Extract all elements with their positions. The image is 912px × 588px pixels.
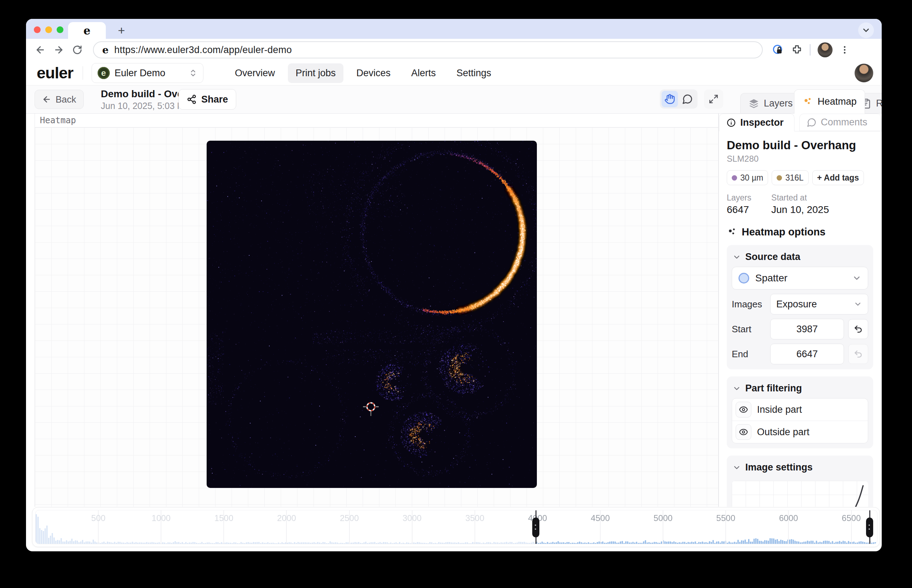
chevron-down-icon [733,384,741,393]
app-logo[interactable]: euler [37,64,73,82]
job-stat: Started atJun 10, 2025 [771,193,829,215]
source-select[interactable]: Spatter [732,267,868,289]
share-button[interactable]: Share [178,89,236,110]
workspace-switcher[interactable]: e Euler Demo [92,63,204,83]
image-settings-header[interactable]: Image settings [732,460,868,477]
url-bar[interactable]: e https://www.euler3d.com/app/euler-demo [93,41,763,58]
view-tabs: LayersHeatmapReport [714,86,882,113]
sidebar-tab-label: Comments [821,117,867,128]
url-text: https://www.euler3d.com/app/euler-demo [114,45,292,56]
nav-item-devices[interactable]: Devices [348,63,398,83]
inspector-machine: SLM280 [727,154,873,164]
user-avatar[interactable] [855,64,873,82]
reload-icon [72,45,82,55]
part-filter-row[interactable]: Inside part [732,399,868,421]
undo-icon [854,349,863,359]
chevron-down-icon [733,253,741,262]
end-input[interactable]: 6647 [770,344,844,364]
tone-curve-editor[interactable] [732,481,868,507]
chevron-down-icon [854,300,862,309]
eye-icon [739,405,748,414]
job-stats: Layers6647Started atJun 10, 2025 [727,193,873,215]
timeline-plot[interactable]: 5001000150020002500300035004000450050005… [35,510,878,544]
tone-curve-path [741,486,863,507]
image-settings-title: Image settings [745,462,813,473]
timeline-tick-label: 2000 [277,513,296,523]
images-select[interactable]: Exposure [770,294,868,315]
part-filter-list: Inside partOutside part [732,398,868,443]
arrow-left-icon [42,95,51,104]
heatmap-image[interactable] [207,141,537,488]
crosshair-cursor [362,399,379,416]
part-filtering-title: Part filtering [745,383,802,394]
app-header: euler e Euler Demo OverviewPrint jobsDev… [26,61,882,86]
start-label: Start [732,324,766,335]
add-tags-button[interactable]: + Add tags [812,170,864,185]
image-settings-card: Image settings [727,456,873,507]
stat-label: Layers [727,193,751,203]
inspector-sidebar: InspectorComments Demo build - Overhang … [718,114,882,507]
tag-chip[interactable]: 30 µm [727,170,768,185]
view-tab-label: Layers [764,98,793,109]
timeline-tick-label: 3000 [403,513,422,523]
main-nav: OverviewPrint jobsDevicesAlertsSettings [227,63,499,83]
tone-curve-chart [732,481,868,507]
end-reset-button[interactable] [848,344,868,364]
source-data-header[interactable]: Source data [732,250,868,267]
nav-item-settings[interactable]: Settings [448,63,499,83]
part-filter-row[interactable]: Outside part [732,421,868,443]
heatmap-canvas-region: Heatmap [34,114,718,507]
new-tab-button[interactable]: + [114,23,129,37]
eye-icon [739,427,748,437]
tag-label: 316L [785,173,803,183]
source-data-card: Source data Spatter Images Exposure [727,245,873,369]
sidebar-tab-comments[interactable]: Comments [799,114,881,131]
source-select-value: Spatter [755,273,846,284]
pan-tool-button[interactable] [661,91,678,107]
timeline-end-handle[interactable] [866,517,873,538]
chevron-down-icon [862,26,871,35]
tab-search-button[interactable] [858,23,874,38]
hand-icon [665,94,675,104]
timeline-tick-label: 2500 [340,513,359,523]
browser-reload-button[interactable] [70,42,85,58]
window-close-button[interactable] [34,26,40,33]
start-row: Start 3987 [732,319,868,339]
share-icon [187,94,197,104]
sidebar-tab-inspector[interactable]: Inspector [719,114,794,131]
start-input[interactable]: 3987 [770,319,844,339]
window-zoom-button[interactable] [57,26,63,33]
nav-item-print-jobs[interactable]: Print jobs [288,63,344,83]
timeline-tick-label: 3500 [465,513,484,523]
heatmap-options-icon [727,227,737,237]
browser-forward-button[interactable] [51,42,66,58]
tag-chip[interactable]: 316L [771,170,809,185]
browser-profile-avatar[interactable] [818,42,833,57]
heatmap-viewport[interactable] [35,128,718,507]
browser-back-button[interactable] [32,42,48,58]
nav-item-overview[interactable]: Overview [227,63,283,83]
view-tab-heatmap[interactable]: Heatmap [794,89,865,114]
heatmap-options-title: Heatmap options [742,226,825,238]
browser-window: e + e https://www.euler3d.com/app/euler-… [26,19,882,551]
arrow-right-icon [53,45,64,55]
comment-tool-button[interactable] [679,91,696,107]
browser-tab[interactable]: e [68,22,106,39]
start-reset-button[interactable] [848,319,868,339]
visibility-toggle[interactable] [736,424,751,440]
window-minimize-button[interactable] [45,26,52,33]
password-manager-icon[interactable] [772,44,784,56]
images-row: Images Exposure [732,294,868,315]
part-filtering-header[interactable]: Part filtering [732,381,868,398]
timeline-start-handle[interactable] [532,517,539,538]
stat-value: 6647 [727,204,751,215]
chevrons-up-down-icon [189,69,197,77]
back-button[interactable]: Back [34,90,84,109]
canvas-view-label: Heatmap [35,114,718,128]
visibility-toggle[interactable] [736,402,751,417]
browser-menu-icon[interactable] [840,45,850,55]
extensions-icon[interactable] [791,44,803,56]
view-tab-layers[interactable]: Layers [740,93,801,114]
part-filtering-card: Part filtering Inside partOutside part [727,376,873,448]
nav-item-alerts[interactable]: Alerts [403,63,443,83]
